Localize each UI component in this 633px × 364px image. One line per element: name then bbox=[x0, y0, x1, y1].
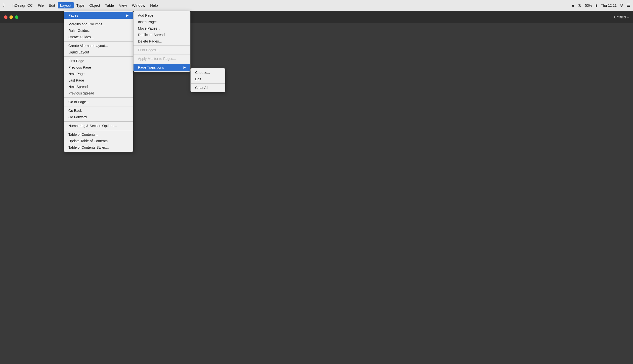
menubar-item-object[interactable]: Object bbox=[87, 2, 102, 8]
layout-menu-last-page[interactable]: Last Page bbox=[64, 77, 133, 84]
separator bbox=[134, 63, 190, 63]
transitions-clear-all[interactable]: Clear All bbox=[191, 84, 225, 91]
pages-move-pages[interactable]: Move Pages... bbox=[134, 25, 190, 32]
layout-menu-first-page[interactable]: First Page bbox=[64, 58, 133, 64]
layout-menu-next-spread[interactable]: Next Spread bbox=[64, 84, 133, 90]
pages-print-pages[interactable]: Print Pages... bbox=[134, 47, 190, 53]
clock: Thu 12:11 bbox=[601, 4, 616, 8]
transitions-choose[interactable]: Choose... bbox=[191, 69, 225, 76]
layout-menu-alternate-layout[interactable]: Create Alternate Layout... bbox=[64, 42, 133, 49]
layout-menu-ruler-guides[interactable]: Ruler Guides... bbox=[64, 27, 133, 34]
search-icon[interactable]: ⚲ bbox=[620, 3, 623, 8]
layout-menu-margins[interactable]: Margins and Columns... bbox=[64, 21, 133, 27]
layout-menu-pages[interactable]: Pages ▶ bbox=[64, 12, 133, 19]
title-chevron-icon: ⌄ bbox=[627, 16, 629, 19]
layout-menu-toc-styles[interactable]: Table of Contents Styles... bbox=[64, 144, 133, 151]
document-title: Untitled bbox=[614, 15, 626, 19]
layout-menu-previous-page[interactable]: Previous Page bbox=[64, 64, 133, 70]
separator bbox=[134, 54, 190, 54]
apple-logo-icon[interactable]:  bbox=[3, 3, 5, 8]
pages-delete-pages[interactable]: Delete Pages... bbox=[134, 38, 190, 44]
layout-menu: Pages ▶ Margins and Columns... Ruler Gui… bbox=[64, 11, 133, 152]
separator bbox=[64, 130, 133, 130]
maximize-button[interactable] bbox=[15, 16, 18, 19]
separator bbox=[64, 56, 133, 57]
separator bbox=[191, 83, 225, 84]
menubar-item-file[interactable]: File bbox=[35, 2, 46, 8]
separator bbox=[64, 106, 133, 106]
layout-menu-go-back[interactable]: Go Back bbox=[64, 108, 133, 114]
transitions-edit[interactable]: Edit bbox=[191, 76, 225, 82]
separator bbox=[64, 121, 133, 122]
separator bbox=[64, 98, 133, 98]
window-controls bbox=[4, 16, 18, 19]
wifi-icon: ⌘ bbox=[578, 4, 582, 8]
layout-menu-toc[interactable]: Table of Contents... bbox=[64, 131, 133, 138]
creative-cloud-icon: ◆ bbox=[572, 3, 574, 8]
submenu-arrow-icon: ▶ bbox=[184, 66, 186, 69]
minimize-button[interactable] bbox=[10, 16, 13, 19]
layout-menu-go-to-page[interactable]: Go to Page... bbox=[64, 99, 133, 105]
layout-menu-next-page[interactable]: Next Page bbox=[64, 70, 133, 77]
pages-apply-master[interactable]: Apply Master to Pages... bbox=[134, 56, 190, 62]
menu-lines-icon[interactable]: ☰ bbox=[626, 3, 630, 8]
battery-icon: ▮ bbox=[596, 4, 598, 8]
menubar:  InDesign CC File Edit Layout Type Obje… bbox=[0, 0, 633, 11]
separator bbox=[134, 46, 190, 46]
layout-menu-previous-spread[interactable]: Previous Spread bbox=[64, 90, 133, 96]
pages-submenu: Add Page Insert Pages... Move Pages... D… bbox=[133, 11, 190, 72]
pages-add-page[interactable]: Add Page bbox=[134, 12, 190, 19]
menubar-item-help[interactable]: Help bbox=[148, 2, 160, 8]
menubar-item-edit[interactable]: Edit bbox=[46, 2, 58, 8]
pages-page-transitions[interactable]: Page Transitions ▶ bbox=[134, 64, 190, 70]
menubar-item-indesign[interactable]: InDesign CC bbox=[9, 2, 35, 8]
close-button[interactable] bbox=[4, 16, 8, 19]
menubar-item-type[interactable]: Type bbox=[74, 2, 87, 8]
pages-duplicate-spread[interactable]: Duplicate Spread bbox=[134, 32, 190, 38]
menubar-item-view[interactable]: View bbox=[116, 2, 129, 8]
menubar-left:  InDesign CC File Edit Layout Type Obje… bbox=[3, 2, 160, 8]
separator bbox=[64, 20, 133, 20]
layout-menu-go-forward[interactable]: Go Forward bbox=[64, 114, 133, 120]
layout-menu-liquid-layout[interactable]: Liquid Layout bbox=[64, 49, 133, 56]
layout-menu-numbering[interactable]: Numbering & Section Options... bbox=[64, 122, 133, 129]
pages-insert-pages[interactable]: Insert Pages... bbox=[134, 19, 190, 25]
layout-menu-update-toc[interactable]: Update Table of Contents bbox=[64, 138, 133, 144]
layout-menu-create-guides[interactable]: Create Guides... bbox=[64, 34, 133, 40]
menubar-right: ◆ ⌘ 53% ▮ Thu 12:11 ⚲ ☰ bbox=[572, 3, 630, 8]
battery-percent: 53% bbox=[585, 4, 592, 8]
separator bbox=[64, 41, 133, 42]
menubar-item-window[interactable]: Window bbox=[130, 2, 148, 8]
submenu-arrow-icon: ▶ bbox=[126, 14, 128, 17]
menubar-item-table[interactable]: Table bbox=[103, 2, 116, 8]
window-title: Untitled ⌄ bbox=[614, 15, 629, 19]
menubar-item-layout[interactable]: Layout bbox=[58, 2, 74, 8]
transitions-submenu: Choose... Edit Clear All bbox=[190, 68, 225, 92]
